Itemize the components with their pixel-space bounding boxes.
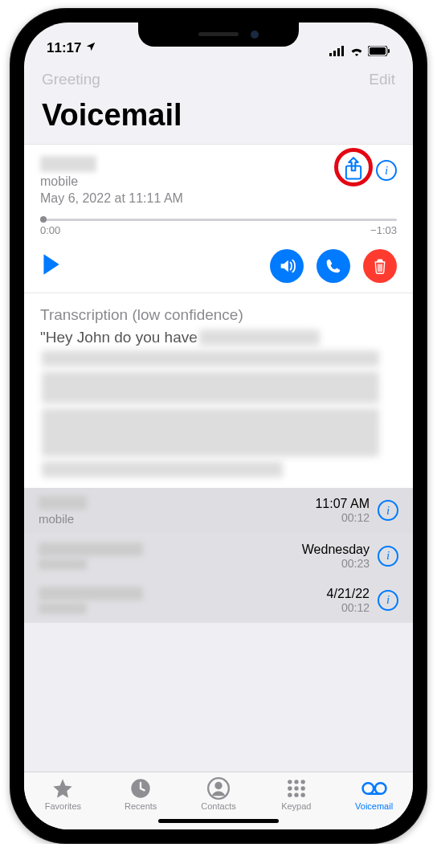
caller-label: mobile	[40, 174, 342, 190]
svg-rect-5	[370, 47, 386, 55]
svg-point-15	[294, 786, 298, 790]
info-button[interactable]: i	[378, 500, 398, 521]
remaining-time: −1:03	[370, 224, 397, 236]
row-time: 4/21/22	[327, 587, 370, 601]
info-button[interactable]: i	[378, 546, 398, 567]
tab-contacts[interactable]: Contacts	[180, 777, 258, 811]
tab-label: Contacts	[201, 801, 235, 811]
edit-button[interactable]: Edit	[369, 71, 395, 88]
delete-button[interactable]	[363, 249, 397, 283]
status-time: 11:17	[47, 40, 81, 56]
wifi-icon	[349, 46, 364, 56]
svg-point-19	[300, 792, 304, 796]
tab-label: Recents	[125, 801, 157, 811]
info-button[interactable]: i	[378, 590, 398, 611]
caller-sub-redacted	[39, 603, 87, 614]
caller-name-redacted	[39, 542, 143, 556]
tab-label: Keypad	[281, 801, 311, 811]
row-time: 11:07 AM	[315, 497, 370, 511]
svg-point-21	[374, 783, 386, 794]
speaker-button[interactable]	[270, 249, 304, 283]
row-duration: 00:12	[315, 511, 370, 524]
voicemail-row[interactable]: mobile 11:07 AM 00:12 i	[24, 488, 413, 534]
svg-point-11	[288, 780, 292, 784]
svg-rect-2	[337, 48, 340, 56]
voicemail-expanded: mobile May 6, 2022 at 11:11 AM i 0	[24, 144, 413, 293]
transcription-section: Transcription (low confidence) "Hey John…	[24, 293, 413, 488]
row-duration: 00:23	[302, 557, 370, 570]
transcription-text: "Hey John do you have	[40, 327, 397, 480]
screen: 11:17 Greeting Edit Voice	[24, 23, 413, 829]
row-duration: 00:12	[327, 601, 370, 614]
transcription-prefix: "Hey John do you have	[40, 327, 198, 348]
page-title: Voicemail	[24, 93, 413, 144]
notch	[138, 23, 299, 47]
voicemail-row[interactable]: Wednesday 00:23 i	[24, 534, 413, 579]
voicemail-datetime: May 6, 2022 at 11:11 AM	[40, 190, 342, 207]
caller-name-redacted	[40, 156, 96, 172]
tab-label: Favorites	[45, 801, 81, 811]
home-indicator[interactable]	[158, 819, 279, 823]
svg-rect-1	[333, 51, 336, 56]
transcription-heading: Transcription (low confidence)	[40, 306, 397, 324]
nav-bar: Greeting Edit	[24, 59, 413, 93]
caller-name-redacted	[39, 496, 87, 510]
svg-rect-7	[346, 166, 361, 179]
tab-label: Voicemail	[355, 801, 393, 811]
tab-voicemail[interactable]: Voicemail	[335, 777, 413, 811]
svg-rect-3	[341, 46, 344, 56]
share-button[interactable]	[342, 170, 365, 184]
svg-point-16	[300, 786, 304, 790]
row-time: Wednesday	[302, 542, 370, 557]
svg-point-17	[288, 792, 292, 796]
svg-point-12	[294, 780, 298, 784]
svg-rect-6	[388, 49, 390, 53]
caller-name-redacted	[39, 587, 143, 600]
phone-frame: 11:17 Greeting Edit Voice	[10, 8, 427, 844]
info-button[interactable]: i	[376, 160, 397, 181]
tab-keypad[interactable]: Keypad	[257, 777, 335, 811]
elapsed-time: 0:00	[40, 224, 60, 236]
voicemail-row[interactable]: 4/21/22 00:12 i	[24, 579, 413, 623]
voicemail-list[interactable]: mobile 11:07 AM 00:12 i Wednesday 00:23 …	[24, 488, 413, 772]
greeting-button[interactable]: Greeting	[42, 71, 100, 88]
caller-label: mobile	[39, 512, 315, 526]
svg-point-18	[294, 792, 298, 796]
tab-recents[interactable]: Recents	[102, 777, 180, 811]
location-arrow-icon	[85, 40, 96, 56]
svg-point-20	[362, 783, 374, 794]
tab-favorites[interactable]: Favorites	[24, 777, 102, 811]
svg-point-13	[300, 780, 304, 784]
svg-point-10	[214, 782, 222, 789]
call-back-button[interactable]	[317, 249, 350, 283]
svg-rect-0	[329, 53, 332, 56]
svg-point-14	[288, 786, 292, 790]
cellular-signal-icon	[329, 46, 345, 56]
play-button[interactable]	[40, 252, 61, 280]
battery-icon	[368, 46, 390, 56]
playback-scrubber[interactable]: 0:00 −1:03	[40, 219, 397, 236]
caller-sub-redacted	[39, 559, 87, 570]
